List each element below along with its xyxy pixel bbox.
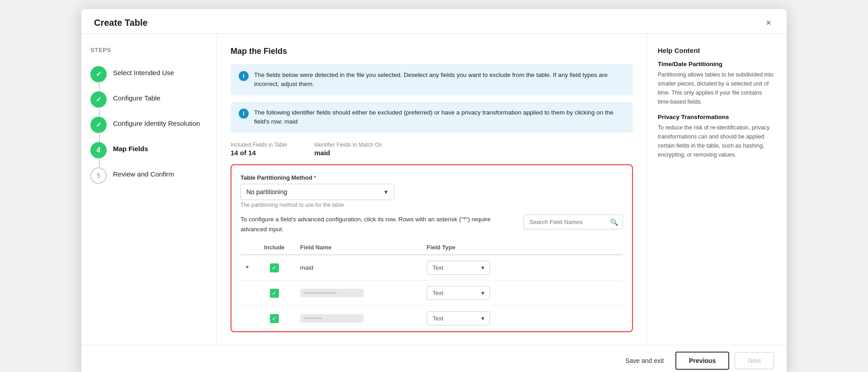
- close-button[interactable]: ×: [763, 17, 774, 28]
- step-icon-completed-2: ✓: [90, 91, 107, 108]
- info-banner-fields: i The fields below were detected in the …: [231, 64, 633, 95]
- step-label-3: Configure Identity Resolution: [113, 117, 200, 127]
- row-fieldname-3: •••••••••: [295, 306, 421, 331]
- row-asterisk-3: [241, 306, 254, 331]
- partitioning-hint: The partitioning method to use for the t…: [241, 202, 623, 208]
- help-title: Help Content: [658, 47, 776, 54]
- step-icon-completed-1: ✓: [90, 66, 107, 82]
- step-icon-active-4: 4: [90, 142, 107, 158]
- info-banner-identifier-text: The following identifier fields should e…: [254, 108, 625, 127]
- fields-table: Include Field Name Field Type: [241, 240, 623, 331]
- partitioning-select-wrapper[interactable]: No partitioning Daily Weekly Monthly Yea…: [241, 184, 394, 200]
- section-title: Map the Fields: [231, 47, 633, 56]
- advanced-config-text: To configure a field's advanced configur…: [241, 215, 494, 234]
- info-icon-1: i: [239, 71, 249, 81]
- map-fields-section: Table Partitioning Method * No partition…: [231, 164, 633, 332]
- checkbox-checked-2[interactable]: ✓: [270, 289, 279, 298]
- info-icon-2: i: [239, 109, 249, 119]
- step-icon-pending-5: 5: [90, 167, 107, 184]
- col-header-fieldname: Field Name: [295, 240, 421, 255]
- table-row[interactable]: * ✓ maid Text Number Date: [241, 255, 623, 281]
- table-row[interactable]: ✓ •••••••••••••••• Text Number: [241, 281, 623, 306]
- identifier-fields-summary: Identifier Fields to Match On maid: [314, 142, 382, 157]
- step-configure-identity-resolution: ✓ Configure Identity Resolution: [90, 112, 208, 138]
- col-header-include: Include: [254, 240, 295, 255]
- blurred-field-name-3: •••••••••: [300, 314, 363, 323]
- identifier-fields-value: maid: [314, 149, 330, 157]
- col-header-extra: [512, 240, 623, 255]
- fieldtype-select-wrapper-3[interactable]: Text Number Date Boolean ▼: [427, 311, 490, 325]
- required-star: *: [314, 174, 316, 181]
- step-label-4: Map Fields: [113, 142, 148, 153]
- table-row[interactable]: ✓ ••••••••• Text Number Date: [241, 306, 623, 331]
- search-field-input[interactable]: [524, 215, 623, 229]
- included-fields-label: Included Fields in Table: [231, 142, 287, 148]
- included-fields-value: 14 of 14: [231, 149, 256, 157]
- steps-sidebar: Steps ✓ Select Intended Use ✓ Configure …: [81, 34, 217, 345]
- step-label-5: Review and Confirm: [113, 167, 174, 178]
- row-fieldtype-1[interactable]: Text Number Date Boolean ▼: [421, 255, 512, 281]
- col-header-fieldtype: Field Type: [421, 240, 512, 255]
- step-label-1: Select Intended Use: [113, 66, 174, 76]
- info-banner-fields-text: The fields below were detected in the fi…: [254, 71, 625, 89]
- save-exit-button[interactable]: Save and exit: [619, 353, 670, 369]
- fieldtype-select-wrapper-1[interactable]: Text Number Date Boolean ▼: [427, 261, 490, 275]
- row-asterisk-1: *: [241, 255, 254, 281]
- help-panel: Help Content Time/Date Partitioning Part…: [646, 34, 787, 345]
- modal-footer: Save and exit Previous Next: [81, 345, 787, 372]
- fieldtype-select-1[interactable]: Text Number Date Boolean: [427, 261, 490, 275]
- row-fieldtype-3[interactable]: Text Number Date Boolean ▼: [421, 306, 512, 331]
- table-header-row: Include Field Name Field Type: [241, 240, 623, 255]
- step-review-and-confirm: 5 Review and Confirm: [90, 163, 208, 188]
- help-section-title-1: Time/Date Partitioning: [658, 61, 776, 67]
- help-text-2: To reduce the risk of re-identification,…: [658, 123, 776, 159]
- row-fieldtype-2[interactable]: Text Number Date Boolean ▼: [421, 281, 512, 306]
- search-field-wrapper[interactable]: 🔍: [524, 215, 623, 229]
- modal-header: Create Table ×: [81, 9, 787, 34]
- advanced-config-row: To configure a field's advanced configur…: [241, 215, 623, 234]
- steps-title: Steps: [90, 47, 208, 53]
- step-icon-completed-3: ✓: [90, 117, 107, 133]
- checkbox-checked-1[interactable]: ✓: [270, 263, 279, 272]
- row-include-1[interactable]: ✓: [254, 255, 295, 281]
- checkbox-checked-3[interactable]: ✓: [270, 314, 279, 323]
- fieldtype-select-wrapper-2[interactable]: Text Number Date Boolean ▼: [427, 286, 490, 300]
- fieldtype-select-2[interactable]: Text Number Date Boolean: [427, 286, 490, 300]
- partitioning-label: Table Partitioning Method *: [241, 174, 623, 181]
- row-extra-1: [512, 255, 623, 281]
- main-content: Map the Fields i The fields below were d…: [217, 34, 646, 345]
- help-section-title-2: Privacy Transformations: [658, 114, 776, 120]
- next-button: Next: [735, 352, 774, 369]
- create-table-modal: Create Table × Steps ✓ Select Intended U…: [81, 9, 787, 372]
- row-extra-3: [512, 306, 623, 331]
- search-icon: 🔍: [610, 218, 618, 226]
- previous-button[interactable]: Previous: [675, 352, 729, 370]
- row-include-2[interactable]: ✓: [254, 281, 295, 306]
- info-banner-identifier: i The following identifier fields should…: [231, 102, 633, 133]
- row-include-3[interactable]: ✓: [254, 306, 295, 331]
- step-map-fields: 4 Map Fields: [90, 138, 208, 163]
- step-label-2: Configure Table: [113, 91, 160, 102]
- row-fieldname-2: ••••••••••••••••: [295, 281, 421, 306]
- modal-body: Steps ✓ Select Intended Use ✓ Configure …: [81, 34, 787, 345]
- partitioning-select[interactable]: No partitioning Daily Weekly Monthly Yea…: [241, 184, 394, 200]
- identifier-fields-label: Identifier Fields to Match On: [314, 142, 382, 148]
- fieldtype-select-3[interactable]: Text Number Date Boolean: [427, 311, 490, 325]
- modal-title: Create Table: [94, 18, 148, 28]
- step-configure-table: ✓ Configure Table: [90, 87, 208, 112]
- help-text-1: Partitioning allows tables to be subdivi…: [658, 70, 776, 106]
- blurred-field-name-2: ••••••••••••••••: [300, 289, 363, 297]
- row-asterisk-2: [241, 281, 254, 306]
- fields-summary: Included Fields in Table 14 of 14 Identi…: [231, 139, 633, 158]
- partitioning-block: Table Partitioning Method * No partition…: [241, 174, 623, 208]
- col-header-asterisk: [241, 240, 254, 255]
- row-extra-2: [512, 281, 623, 306]
- row-fieldname-1: maid: [295, 255, 421, 281]
- step-select-intended-use: ✓ Select Intended Use: [90, 62, 208, 87]
- included-fields-summary: Included Fields in Table 14 of 14: [231, 142, 287, 157]
